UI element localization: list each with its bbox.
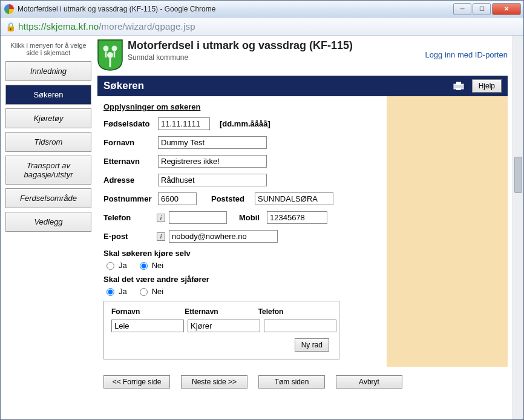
svg-point-1 [112,46,117,51]
page-title: Motorferdsel i utmark og vassdrag (KF-11… [128,39,353,52]
sidebar-item-6[interactable]: Vedlegg [5,212,91,232]
municipality-shield-icon [97,39,123,71]
minimize-button[interactable]: ─ [453,3,471,15]
login-link[interactable]: Logg inn med ID-porten [425,50,508,59]
radio-self-drive-ja[interactable] [106,262,114,270]
label-etternavn: Etternavn [103,157,158,166]
label-adresse: Adresse [103,176,158,185]
radio-other-drivers-ja[interactable] [106,288,114,296]
driver-col-telefon: Telefon [258,307,332,316]
label-fodselsdato: Fødselsdato [103,119,158,128]
radio-self-drive-nei[interactable] [140,262,148,270]
sidebar-item-2[interactable]: Kjøretøy [5,108,91,128]
svg-rect-4 [456,82,461,85]
driver-table: Fornavn Etternavn Telefon Ny rad [103,301,339,359]
input-mobil[interactable] [267,211,327,224]
maximize-button[interactable]: ☐ [473,3,491,15]
driver-input-fornavn[interactable] [111,320,184,332]
label-poststed: Poststed [211,194,255,203]
sidebar-item-5[interactable]: Ferdselsområde [5,188,91,208]
page-subtitle: Sunndal kommune [128,53,353,62]
next-page-button[interactable]: Neste side >> [181,375,247,389]
info-icon-epost[interactable]: i [157,232,165,241]
close-button[interactable]: ✕ [492,3,521,15]
radio-label-ja1: Ja [119,261,127,270]
svg-point-2 [107,52,113,58]
input-telefon[interactable] [169,211,227,224]
input-fodselsdato[interactable] [158,117,210,130]
address-bar[interactable]: 🔒 https://skjema.kf.no/more/wizard/qpage… [1,18,523,36]
question-other-drivers: Skal det være andre sjåfører [103,275,503,284]
clear-page-button[interactable]: Tøm siden [258,375,325,389]
chrome-icon [4,4,14,14]
driver-col-etternavn: Etternavn [185,307,258,316]
input-epost[interactable] [169,230,278,243]
lock-icon: 🔒 [5,22,16,31]
label-postnummer: Postnummer [103,194,158,203]
prev-page-button[interactable]: << Forrige side [103,375,170,389]
print-icon[interactable] [453,81,465,91]
scrollbar-thumb[interactable] [514,157,522,193]
input-poststed[interactable] [255,192,333,205]
input-fornavn[interactable] [158,136,267,149]
driver-input-telefon[interactable] [264,320,336,332]
svg-rect-5 [456,88,461,90]
sidebar-item-1[interactable]: Søkeren [5,85,91,105]
label-telefon: Telefon [103,213,158,222]
date-format-hint: [dd.mm.åååå] [220,119,270,128]
sidebar-item-4[interactable]: Transport av bagasje/utstyr [5,156,91,185]
form-section-heading: Opplysninger om søkeren [103,102,200,111]
input-etternavn[interactable] [158,155,267,168]
label-fornavn: Fornavn [103,138,158,147]
url-text: https://skjema.kf.no/more/wizard/qpage.j… [18,21,195,31]
sidebar-item-3[interactable]: Tidsrom [5,132,91,152]
label-epost: E-post [103,232,158,241]
svg-point-0 [103,46,109,51]
question-self-drive: Skal søkeren kjøre selv [103,249,503,258]
sidebar-item-0[interactable]: Innledning [5,61,91,81]
window-title: Motorferdsel i utmark og vassdrag (KF-11… [18,5,452,13]
input-postnummer[interactable] [158,192,197,205]
radio-label-nei1: Nei [152,261,164,270]
driver-input-etternavn[interactable] [188,320,260,332]
input-adresse[interactable] [158,174,267,186]
cancel-button[interactable]: Avbryt [336,375,402,389]
driver-col-fornavn: Fornavn [111,307,185,316]
radio-other-drivers-nei[interactable] [140,288,148,296]
label-mobil: Mobil [239,213,267,222]
help-button[interactable]: Hjelp [472,79,502,93]
info-icon-telefon[interactable]: i [157,214,165,222]
browser-scrollbar[interactable] [513,36,523,419]
radio-label-ja2: Ja [119,287,127,296]
radio-label-nei2: Nei [152,287,164,296]
window-titlebar: Motorferdsel i utmark og vassdrag (KF-11… [1,1,523,18]
new-row-button[interactable]: Ny rad [295,338,329,352]
menu-hint: Klikk i menyen for å velge side i skjema… [5,39,91,61]
section-title: Søkeren [103,80,144,92]
